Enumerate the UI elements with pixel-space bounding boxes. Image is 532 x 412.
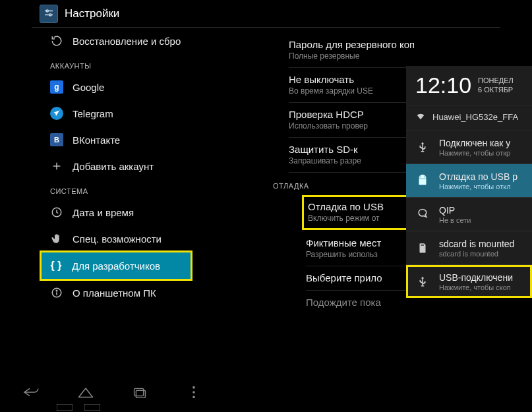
clock-icon	[50, 206, 63, 219]
sidebar-item-label: Добавить аккаунт	[73, 161, 154, 172]
menu-button[interactable]	[182, 384, 206, 400]
sidebar-item-accessibility[interactable]: Спец. возможности	[41, 225, 191, 252]
sidebar-item-add-account[interactable]: Добавить аккаунт	[41, 153, 191, 179]
telegram-icon	[50, 107, 63, 120]
svg-point-12	[424, 177, 425, 177]
option-subtitle: Запрашивать разре	[289, 156, 414, 165]
hand-icon	[50, 232, 63, 245]
notification-subtitle: sdcard is mounted	[439, 250, 514, 258]
status-indicator-icon	[84, 401, 100, 409]
qip-icon	[411, 203, 434, 225]
sidebar-item-vkontakte[interactable]: B ВКонтакте	[41, 127, 191, 153]
back-button[interactable]	[20, 384, 44, 400]
notification-subtitle: Нажмите, чтобы откр	[439, 149, 510, 157]
option-subtitle: Разрешить использ	[306, 250, 414, 259]
option-hdcp-check[interactable]: Проверка HDCP Использовать провер	[289, 103, 414, 138]
option-mock-locations[interactable]: Фиктивные мест Разрешить использ	[306, 231, 414, 266]
svg-point-11	[421, 177, 421, 177]
svg-point-9	[56, 290, 57, 291]
svg-point-18	[192, 386, 195, 389]
status-date: ПОНЕДЕЛ 6 ОКТЯБР	[478, 76, 514, 94]
sidebar-item-about-tablet[interactable]: О планшетном ПК	[41, 280, 191, 306]
status-clock: 12:10	[415, 73, 471, 98]
sidebar-item-label: Telegram	[73, 108, 113, 119]
sdcard-icon	[411, 237, 434, 259]
home-button[interactable]	[74, 384, 98, 400]
sidebar-item-developer-options[interactable]: { } Для разработчиков	[40, 250, 192, 281]
notification-title: sdcard is mounted	[439, 239, 514, 249]
notification-sdcard-mounted[interactable]: sdcard is mounted sdcard is mounted	[406, 231, 532, 265]
notification-title: Подключен как у	[439, 138, 510, 148]
app-title: Настройки	[65, 7, 119, 20]
notification-qip[interactable]: QIP Не в сети	[406, 198, 532, 231]
option-subtitle: Полные резервные	[289, 51, 414, 61]
vkontakte-icon: B	[50, 133, 63, 146]
svg-rect-15	[423, 245, 424, 246]
notification-usb-debugging[interactable]: Отладка по USB р Нажмите, чтобы откл	[406, 164, 532, 198]
sidebar-item-label: ВКонтакте	[73, 134, 120, 146]
notification-title: QIP	[439, 205, 471, 216]
sidebar-item-backup-reset[interactable]: Восстановление и сбро	[41, 28, 191, 54]
app-header: Настройки	[32, 0, 500, 28]
slider-icon	[43, 8, 55, 20]
section-header-debugging: ОТЛАДКА	[273, 173, 414, 194]
option-title: Защитить SD-к	[289, 144, 414, 155]
sidebar-item-label: Спец. возможности	[73, 233, 162, 245]
sidebar-item-label: Для разработчиков	[72, 260, 160, 272]
settings-app-icon	[40, 5, 58, 23]
notification-usb-connection[interactable]: USB-подключени Нажмите, чтобы скоп	[406, 265, 532, 298]
wifi-icon	[415, 111, 426, 123]
svg-point-1	[46, 10, 48, 12]
settings-sidebar: Восстановление и сбро АККАУНТЫ g Google …	[41, 28, 191, 370]
option-wait-for-debugger[interactable]: Подождите пока	[306, 291, 414, 314]
developer-options-list: Пароль для резервного копирования Полные…	[289, 33, 414, 314]
option-protect-sdcard[interactable]: Защитить SD-к Запрашивать разре	[289, 138, 414, 173]
svg-rect-10	[419, 179, 427, 185]
option-title: Пароль для резервного копирования	[289, 39, 414, 50]
option-select-debug-app[interactable]: Выберите прило	[306, 266, 414, 291]
notification-title: USB-подключени	[439, 272, 513, 283]
android-icon	[411, 169, 434, 192]
sidebar-item-date-time[interactable]: Дата и время	[41, 199, 191, 225]
wifi-status[interactable]: Huawei_HG532e_FFA	[406, 105, 532, 131]
sidebar-item-label: Google	[73, 82, 104, 93]
notification-subtitle: Нажмите, чтобы скоп	[439, 283, 513, 291]
backup-reset-icon	[50, 34, 63, 47]
notification-panel: 12:10 ПОНЕДЕЛ 6 ОКТЯБР Huawei_HG532e_FFA…	[406, 66, 532, 298]
sidebar-item-label: Дата и время	[73, 207, 134, 218]
option-subtitle: Использовать провер	[289, 121, 414, 131]
sidebar-item-telegram[interactable]: Telegram	[41, 100, 191, 127]
section-header-system: СИСТЕМА	[41, 179, 191, 199]
usb-icon	[411, 136, 434, 158]
option-title: Не выключать	[289, 74, 414, 85]
svg-rect-14	[422, 245, 423, 246]
option-backup-password[interactable]: Пароль для резервного копирования Полные…	[289, 33, 414, 68]
svg-rect-21	[57, 404, 73, 411]
sidebar-item-label: О планшетном ПК	[73, 287, 156, 299]
recent-apps-button[interactable]	[128, 384, 152, 400]
option-title: Отладка по USB	[308, 201, 412, 212]
notification-usb-connected[interactable]: Подключен как у Нажмите, чтобы откр	[406, 131, 532, 164]
svg-rect-13	[421, 245, 422, 246]
option-title: Фиктивные мест	[306, 237, 414, 249]
svg-point-19	[192, 391, 195, 394]
status-indicator-icon	[57, 401, 73, 409]
clock-row[interactable]: 12:10 ПОНЕДЕЛ 6 ОКТЯБР	[406, 66, 532, 105]
option-title: Выберите прило	[306, 272, 414, 283]
sidebar-item-google[interactable]: g Google	[41, 74, 191, 100]
wifi-ssid: Huawei_HG532e_FFA	[432, 112, 518, 122]
option-stay-awake[interactable]: Не выключать Во время зарядки USE	[289, 68, 414, 103]
option-subtitle: Включить режим от	[308, 214, 412, 223]
status-bar-indicators	[57, 401, 100, 409]
google-icon: g	[50, 80, 63, 94]
usb-icon	[411, 270, 434, 293]
notification-subtitle: Не в сети	[439, 216, 471, 224]
option-usb-debugging[interactable]: Отладка по USB Включить режим от	[302, 195, 418, 230]
sidebar-item-label: Восстановление и сбро	[73, 36, 181, 47]
notification-title: Отладка по USB р	[439, 171, 517, 182]
option-title: Подождите пока	[306, 297, 414, 308]
svg-point-20	[192, 396, 195, 399]
plus-icon	[50, 160, 63, 173]
svg-rect-22	[84, 404, 100, 411]
info-icon	[50, 286, 63, 299]
